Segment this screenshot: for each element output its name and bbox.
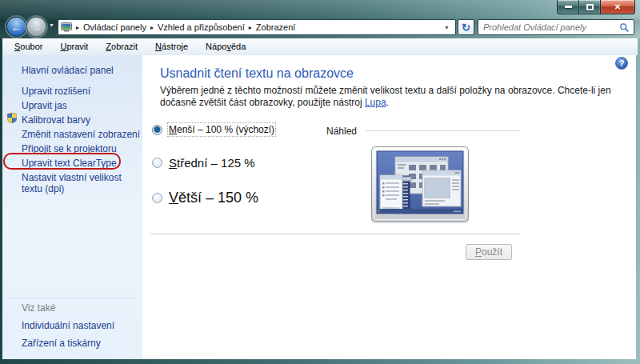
close-icon: ✕ — [614, 2, 621, 11]
breadcrumb-label: Vzhled a přizpůsobení — [158, 22, 245, 32]
chevron-down-icon: ▼ — [49, 22, 54, 28]
forward-button[interactable]: → — [26, 17, 46, 37]
search-icon — [619, 22, 630, 33]
search-input[interactable] — [478, 22, 619, 32]
sidebar-item-individualni-nastaveni[interactable]: Individuální nastavení — [22, 320, 114, 331]
page-description: Výběrem jedné z těchto možností můžete z… — [160, 85, 621, 109]
content-separator — [150, 234, 520, 234]
breadcrumb-item[interactable]: ▸ Ovládací panely — [72, 22, 146, 32]
search-box[interactable] — [478, 19, 634, 35]
preview-group-rule — [366, 130, 520, 131]
display-preview-image — [371, 146, 469, 222]
sidebar-separator — [9, 298, 135, 298]
menu-upravit[interactable]: Upravit — [51, 38, 97, 54]
radio-label[interactable]: Střední – 125 % — [169, 156, 255, 170]
sidebar-item-kalibrovat-barvy[interactable]: Kalibrovat barvy — [22, 114, 90, 126]
sidebar-item-home[interactable]: Hlavní ovládací panel — [22, 65, 114, 76]
breadcrumb-arrow-icon: ▸ — [72, 24, 83, 31]
magnifier-link[interactable]: Lupa — [365, 97, 386, 108]
recent-pages-dropdown[interactable]: ▼ — [49, 22, 54, 28]
apply-button[interactable]: Použít — [466, 244, 512, 260]
uac-shield-icon — [7, 113, 17, 126]
sidebar-item-pripojit-projektor[interactable]: Připojit se k projektoru — [22, 143, 117, 154]
minimize-icon — [565, 6, 572, 8]
main-content: ? Usnadnit čtení textu na obrazovce Výbě… — [142, 55, 636, 359]
breadcrumb-label: Ovládací panely — [83, 22, 146, 32]
forward-arrow-icon: → — [31, 21, 42, 34]
minimize-button[interactable] — [557, 0, 579, 14]
window-body: Hlavní ovládací panel Upravit rozlišení … — [2, 55, 636, 359]
sidebar-item-upravit-rozliseni[interactable]: Upravit rozlišení — [22, 86, 90, 97]
menu-nastroje[interactable]: Nástroje — [146, 38, 197, 54]
sidebar-item-upravit-cleartype[interactable]: Upravit text ClearType — [22, 158, 117, 169]
radio-option-medium[interactable]: Střední – 125 % — [152, 156, 255, 170]
menu-bar: Soubor Upravit Zobrazit Nástroje Nápověd… — [2, 38, 638, 55]
radio-label[interactable]: Menší – 100 % (výchozí) — [169, 124, 274, 135]
display-icon — [61, 22, 72, 32]
radio-button-icon[interactable] — [152, 125, 162, 135]
sidebar-item-vlastni-velikost[interactable]: Nastavit vlastní velikost textu (dpi) — [22, 172, 138, 194]
back-arrow-icon: ← — [11, 21, 22, 34]
menu-napoveda[interactable]: Nápověda — [197, 38, 254, 54]
radio-option-smaller[interactable]: Menší – 100 % (výchozí) — [152, 124, 274, 135]
preview-group-label: Náhled — [326, 126, 357, 137]
sidebar-item-zmenit-nastaveni[interactable]: Změnit nastavení zobrazení — [22, 129, 140, 140]
maximize-button[interactable] — [578, 0, 601, 14]
radio-option-larger[interactable]: Větší – 150 % — [152, 190, 258, 206]
address-bar[interactable]: ▸ Ovládací panely ▸ Vzhled a přizpůsoben… — [58, 19, 456, 35]
refresh-button[interactable]: ↻ — [458, 19, 474, 35]
back-button[interactable]: ← — [6, 17, 26, 37]
maximize-icon — [586, 4, 594, 10]
breadcrumb-item[interactable]: ▸ Vzhled a přizpůsobení — [146, 22, 245, 32]
sidebar: Hlavní ovládací panel Upravit rozlišení … — [2, 55, 142, 359]
help-icon: ? — [619, 58, 625, 68]
menu-soubor[interactable]: Soubor — [6, 38, 51, 54]
help-button[interactable]: ? — [615, 57, 628, 70]
breadcrumb-arrow-icon: ▸ — [146, 24, 158, 31]
close-button[interactable]: ✕ — [600, 0, 635, 14]
display-settings-window: ✕ ← → ▼ ▸ Ovládací panely ▸ Vzhled a při… — [0, 0, 640, 364]
radio-label[interactable]: Větší – 150 % — [169, 190, 258, 206]
see-also-header: Viz také — [22, 302, 55, 314]
sidebar-item-zarizeni-tiskarny[interactable]: Zařízení a tiskárny — [22, 338, 101, 349]
refresh-icon: ↻ — [462, 22, 470, 34]
breadcrumb-item[interactable]: ▸ Zobrazení — [245, 22, 296, 32]
breadcrumb-label: Zobrazení — [256, 22, 296, 32]
address-dropdown-button[interactable]: ▼ — [441, 25, 453, 30]
menu-zobrazit[interactable]: Zobrazit — [97, 38, 146, 54]
sidebar-item-upravit-jas[interactable]: Upravit jas — [22, 100, 67, 111]
breadcrumb-arrow-icon: ▸ — [245, 24, 256, 31]
page-title: Usnadnit čtení textu na obrazovce — [160, 66, 354, 81]
radio-button-icon[interactable] — [152, 158, 162, 168]
chevron-down-icon: ▼ — [444, 25, 450, 30]
radio-button-icon[interactable] — [152, 193, 162, 203]
window-controls: ✕ — [558, 0, 635, 14]
